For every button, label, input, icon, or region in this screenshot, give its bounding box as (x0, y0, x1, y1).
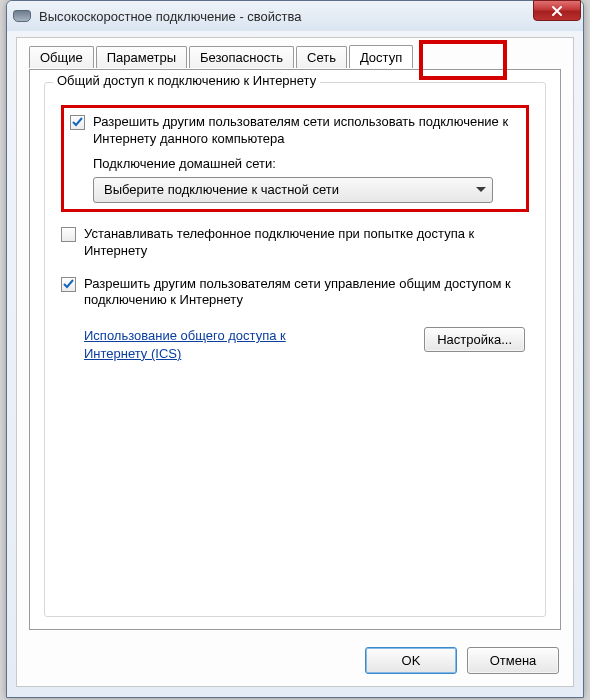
row-manage: Разрешить другим пользователям сети упра… (61, 276, 529, 310)
client-area: Общие Параметры Безопасность Сеть Доступ… (16, 37, 574, 687)
tab-options[interactable]: Параметры (96, 46, 187, 68)
tab-strip: Общие Параметры Безопасность Сеть Доступ (29, 46, 413, 68)
highlight-allow-section: Разрешить другим пользователям сети испо… (61, 105, 529, 212)
row-dial: Устанавливать телефонное подключение при… (61, 226, 529, 260)
dialog-buttons: OK Отмена (365, 647, 559, 674)
chevron-down-icon (476, 187, 486, 192)
tab-panel-access: Общий доступ к подключению к Интернету Р… (29, 69, 561, 630)
connection-icon (13, 10, 31, 22)
properties-dialog: Высокоскоростное подключение - свойства … (6, 0, 584, 698)
cancel-button[interactable]: Отмена (467, 647, 559, 674)
window-title: Высокоскоростное подключение - свойства (39, 9, 302, 24)
row-link-settings: Использование общего доступа к Интернету… (61, 327, 529, 362)
label-allow-sharing: Разрешить другим пользователям сети испо… (93, 114, 520, 148)
titlebar[interactable]: Высокоскоростное подключение - свойства (7, 1, 583, 31)
tab-security[interactable]: Безопасность (189, 46, 294, 68)
group-content: Разрешить другим пользователям сети испо… (45, 83, 545, 376)
checkbox-dial[interactable] (61, 227, 76, 242)
checkmark-icon (62, 278, 75, 291)
tab-access[interactable]: Доступ (349, 45, 413, 68)
checkbox-manage[interactable] (61, 277, 76, 292)
group-internet-sharing: Общий доступ к подключению к Интернету Р… (44, 82, 546, 617)
label-home-network: Подключение домашней сети: (93, 156, 520, 171)
label-manage: Разрешить другим пользователям сети упра… (84, 276, 529, 310)
combo-value: Выберите подключение к частной сети (104, 182, 339, 197)
row-allow-sharing: Разрешить другим пользователям сети испо… (70, 114, 520, 148)
tab-network[interactable]: Сеть (296, 46, 347, 68)
close-icon (551, 5, 563, 17)
group-title: Общий доступ к подключению к Интернету (53, 73, 320, 88)
label-dial: Устанавливать телефонное подключение при… (84, 226, 529, 260)
tab-general[interactable]: Общие (29, 46, 94, 68)
close-button[interactable] (533, 0, 581, 21)
link-ics[interactable]: Использование общего доступа к Интернету… (84, 327, 344, 362)
checkbox-allow-sharing[interactable] (70, 115, 85, 130)
ok-button[interactable]: OK (365, 647, 457, 674)
checkmark-icon (71, 116, 84, 129)
settings-button[interactable]: Настройка... (424, 327, 525, 352)
combo-private-network[interactable]: Выберите подключение к частной сети (93, 177, 493, 203)
